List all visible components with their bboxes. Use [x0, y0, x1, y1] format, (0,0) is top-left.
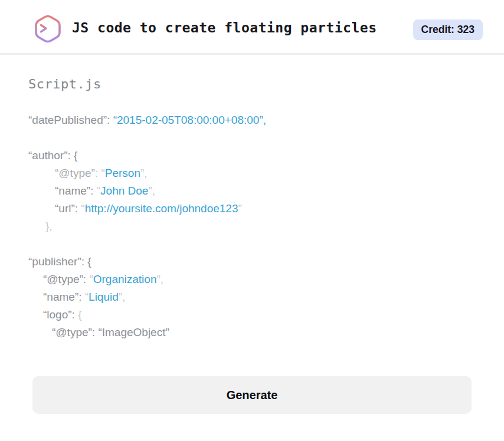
code-segment: ”: [238, 202, 242, 215]
code-segment: Liquid: [89, 291, 119, 303]
code-line: “datePublished”: “2015-02-05T08:00:00+08…: [28, 111, 486, 129]
code-segment: http://yoursite.com/johndoe123: [85, 202, 238, 215]
code-segment: “logo”:: [43, 308, 78, 321]
code-segment: John Doe: [100, 185, 148, 197]
app-window: JS code to create floating particles Cre…: [0, 0, 504, 441]
page-title: JS code to create floating particles: [72, 0, 377, 55]
code-line: },: [28, 218, 486, 235]
code-line: “name”: “John Doe”,: [28, 182, 486, 200]
code-line: “@type”: “ImageObject”: [28, 324, 486, 341]
code-segment: {: [78, 308, 81, 321]
code-line: “@type”: “Person”,: [28, 164, 486, 182]
code-segment: Organization: [93, 273, 157, 285]
script-file-title: Script.js: [28, 77, 102, 91]
code-line: “author”: {: [28, 147, 486, 164]
code-segment: ”,: [119, 291, 126, 303]
code-segment: “name”:: [55, 185, 97, 197]
code-segment: ”,: [140, 167, 148, 179]
code-line: [28, 129, 486, 147]
code-block: “datePublished”: “2015-02-05T08:00:00+08…: [28, 111, 486, 341]
code-segment: “@type”:: [43, 273, 89, 285]
code-line: “@type”: “Organization”,: [28, 271, 486, 288]
code-line: [28, 235, 486, 253]
code-line: “url”: “http://yoursite.com/johndoe123”: [28, 200, 486, 218]
credit-badge: Credit: 323: [413, 19, 483, 40]
code-segment: “@type”: [55, 167, 95, 179]
code-segment: ”,: [156, 273, 163, 285]
code-segment: ”,: [148, 185, 155, 197]
code-line: “publisher”: {: [28, 253, 486, 271]
code-segment: :: [95, 167, 102, 179]
code-segment: “name”:: [43, 291, 85, 303]
code-segment: “author”: {: [28, 149, 77, 162]
code-segment: },: [45, 220, 53, 232]
code-segment: “publisher”: {: [28, 255, 91, 268]
code-line: “name”: “Liquid”,: [28, 288, 486, 306]
code-segment: “2015-02-05T08:00:00+08:00”,: [113, 114, 266, 126]
code-segment: “datePublished”:: [28, 114, 113, 126]
generate-button[interactable]: Generate: [32, 376, 472, 414]
code-segment: Person: [105, 167, 140, 179]
code-segment: “@type”: “ImageObject”: [52, 326, 169, 338]
code-segment: “url”:: [55, 202, 81, 215]
header: JS code to create floating particles Cre…: [0, 0, 504, 55]
terminal-prompt-hexagon-icon: [32, 14, 63, 44]
code-line: “logo”: {: [28, 306, 486, 324]
